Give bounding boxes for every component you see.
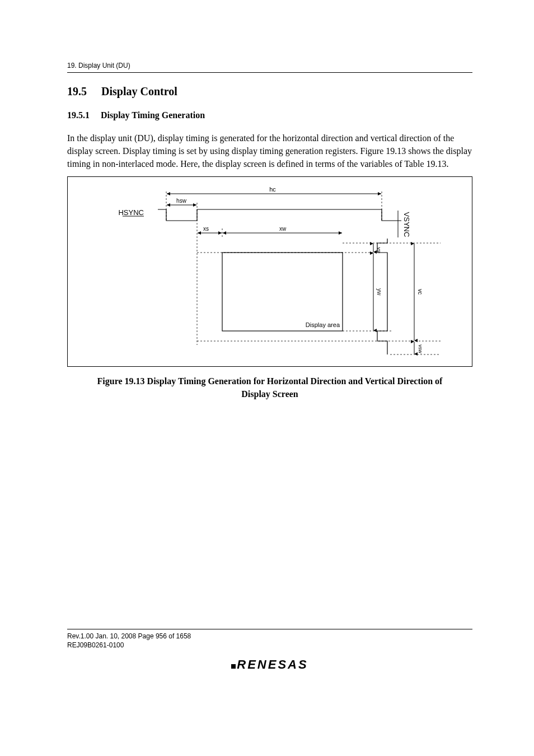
- footer-logo-wrap: RENESAS: [67, 657, 472, 672]
- body-paragraph: In the display unit (DU), display timing…: [67, 132, 472, 171]
- vsw-label: vsw: [418, 344, 423, 353]
- hsw-label: hsw: [176, 198, 187, 204]
- timing-diagram-svg: HSYNC hc hsw xs xw Di: [68, 177, 472, 366]
- page-footer: Rev.1.00 Jan. 10, 2008 Page 956 of 1658 …: [67, 629, 472, 672]
- section-heading: 19.5 Display Control: [67, 85, 472, 98]
- footer-rule: [67, 629, 472, 629]
- vc-label: vc: [417, 289, 423, 295]
- footer-logo: RENESAS: [231, 657, 308, 671]
- page-header: 19. Display Unit (DU): [67, 62, 472, 73]
- display-area-label: Display area: [306, 321, 340, 328]
- vsync-label: VSYNC: [402, 212, 411, 237]
- footer-doc: REJ09B0261-0100: [67, 641, 472, 650]
- section-title: Display Control: [101, 85, 177, 97]
- hsync-waveform: [158, 209, 401, 221]
- breadcrumb: 19. Display Unit (DU): [67, 62, 130, 69]
- hsync-label: HSYNC: [118, 208, 144, 217]
- subsection-heading: 19.5.1 Display Timing Generation: [67, 110, 472, 120]
- section-number: 19.5: [67, 85, 99, 98]
- yw-label: yw: [376, 288, 382, 295]
- vs-label: vs: [376, 247, 382, 253]
- subsection-title: Display Timing Generation: [101, 110, 205, 120]
- footer-rev: Rev.1.00 Jan. 10, 2008 Page 956 of 1658: [67, 632, 472, 641]
- figure-caption-line1: Figure 19.13 Display Timing Generation f…: [97, 376, 443, 386]
- xs-label: xs: [203, 226, 209, 232]
- hc-label: hc: [269, 186, 276, 193]
- figure-caption: Figure 19.13 Display Timing Generation f…: [67, 375, 472, 400]
- xw-label: xw: [279, 226, 287, 232]
- vsync-group: VSYNC: [377, 211, 411, 354]
- subsection-number: 19.5.1: [67, 110, 99, 120]
- display-area-rect: [222, 253, 343, 331]
- figure-timing-diagram: HSYNC hc hsw xs xw Di: [67, 176, 472, 367]
- figure-caption-line2: Display Screen: [241, 389, 298, 399]
